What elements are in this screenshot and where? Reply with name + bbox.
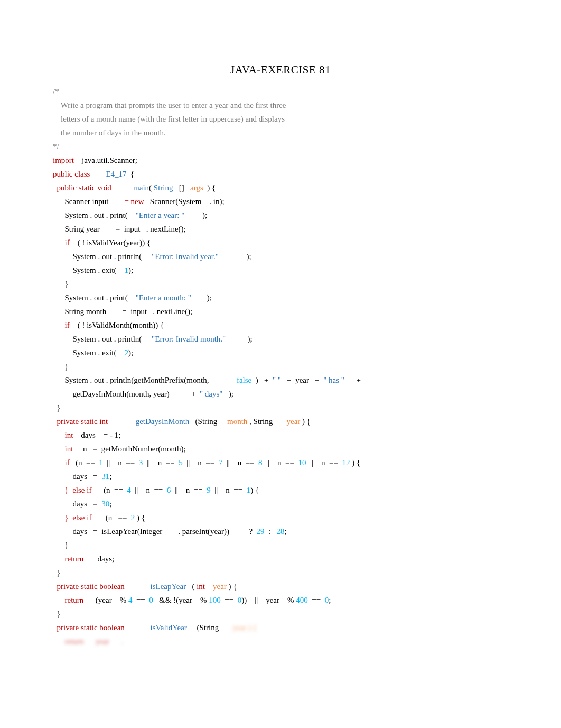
code-text: days = isLeapYear(Integer <box>53 527 178 536</box>
code-text: days = <box>53 472 101 481</box>
dot: . <box>90 211 94 219</box>
param: year <box>287 417 301 426</box>
method-name: getDaysInMonth <box>108 417 189 426</box>
number: 5 <box>179 458 183 467</box>
brace: } <box>53 541 69 549</box>
or: || <box>306 458 322 467</box>
code-text: days = <box>53 500 101 508</box>
comment: Write a program that prompts the user to… <box>53 101 286 109</box>
string-literal: "Enter a year: " <box>136 211 185 219</box>
semi: ; <box>109 500 111 508</box>
comment: */ <box>53 142 59 151</box>
brace: { <box>127 170 135 178</box>
keyword-int: int <box>53 431 73 439</box>
code-text: System <box>53 348 98 357</box>
code-text: Scanner input <box>53 197 124 206</box>
code-text: ( ! isValidYear(year)) { <box>70 238 151 247</box>
dot: . <box>90 293 94 302</box>
neq: n == <box>198 458 218 467</box>
number: 28 <box>277 527 285 536</box>
number: 12 <box>342 458 350 467</box>
code-text: System <box>53 266 98 274</box>
code-text: (n == <box>91 486 127 494</box>
number: 400 <box>296 596 308 604</box>
keyword-return: return <box>53 596 83 604</box>
semi: ; <box>329 596 331 604</box>
code-text: n = getMonthNumber(month); <box>73 445 185 453</box>
number: 0 <box>325 596 329 604</box>
out: out <box>102 252 114 261</box>
eq: == <box>132 596 149 604</box>
code-text: String month <box>53 307 122 316</box>
neq: n == <box>277 458 298 467</box>
eq: == <box>221 596 238 604</box>
literal-false: false <box>237 376 251 384</box>
code-text: ); <box>191 293 212 302</box>
out: out <box>94 293 106 302</box>
number: 9 <box>207 486 211 494</box>
code-text: System <box>53 211 90 219</box>
semi: ; <box>109 472 111 481</box>
keyword-elseif: } else if <box>53 513 91 522</box>
keyword-int: int <box>197 582 205 591</box>
neq: n == <box>158 458 179 467</box>
neq: n == <box>238 458 258 467</box>
pct: % <box>287 596 296 604</box>
keyword-elseif: } else if <box>53 486 91 494</box>
dot: . <box>90 376 94 384</box>
string-literal: "Error: Invalid year." <box>152 252 219 261</box>
code-text: + year + <box>281 376 321 384</box>
print: . print( <box>106 293 136 302</box>
code-text: . in); <box>209 197 224 206</box>
keyword-if: if <box>53 321 70 329</box>
code-text: . nextLine(); <box>153 307 192 316</box>
print: . print( <box>106 211 136 219</box>
brace: } <box>53 610 61 618</box>
pct: % <box>200 596 209 604</box>
brace: } <box>53 568 61 577</box>
or: || <box>131 486 146 494</box>
tern: ? <box>249 527 256 536</box>
string-literal: "Error: Invalid month." <box>152 335 226 343</box>
out: out <box>94 376 106 384</box>
keyword-if: if <box>53 238 70 247</box>
code-text: String year <box>53 225 116 233</box>
close: ) { <box>135 513 145 522</box>
code-text: (n == <box>70 458 99 467</box>
code-text: ); <box>184 211 207 219</box>
or: || <box>222 458 238 467</box>
code-text: (year <box>83 596 119 604</box>
brace: } <box>53 280 69 288</box>
keyword-private-static-int: private static int <box>53 417 108 426</box>
semi: ; <box>285 527 287 536</box>
number: 100 <box>209 596 221 604</box>
code-text: ); <box>128 266 133 274</box>
params: (String <box>187 623 233 632</box>
method-name: isValidYear <box>125 623 187 632</box>
eq: == <box>308 596 325 604</box>
code-text: System <box>53 335 98 343</box>
keyword-import: import <box>53 156 74 164</box>
param-args: args <box>190 183 203 192</box>
out: out <box>94 211 106 219</box>
code-block: /* Write a program that prompts the user… <box>53 85 508 648</box>
code-text: (year <box>176 596 200 604</box>
code-text: ) + <box>251 376 273 384</box>
keyword-private-static-boolean: private static boolean <box>53 582 125 591</box>
brace: } <box>53 362 69 371</box>
code-text: getDaysInMonth(month, year) + <box>53 390 198 398</box>
close: ) { <box>350 458 360 467</box>
params: , String <box>247 417 286 426</box>
dot: . <box>98 335 102 343</box>
println: . println(getMonthPrefix(month, <box>106 376 237 384</box>
keyword-psv: public static void <box>53 183 111 192</box>
number: 10 <box>298 458 306 467</box>
code-text: = input <box>116 225 146 233</box>
params: (String <box>189 417 227 426</box>
code-text: . exit( <box>98 348 124 357</box>
code-text: . nextLine(); <box>146 225 186 233</box>
code-text: + <box>344 376 361 384</box>
neq: n == <box>186 486 207 494</box>
keyword-return: return <box>53 555 83 563</box>
number: 4 <box>127 486 131 494</box>
